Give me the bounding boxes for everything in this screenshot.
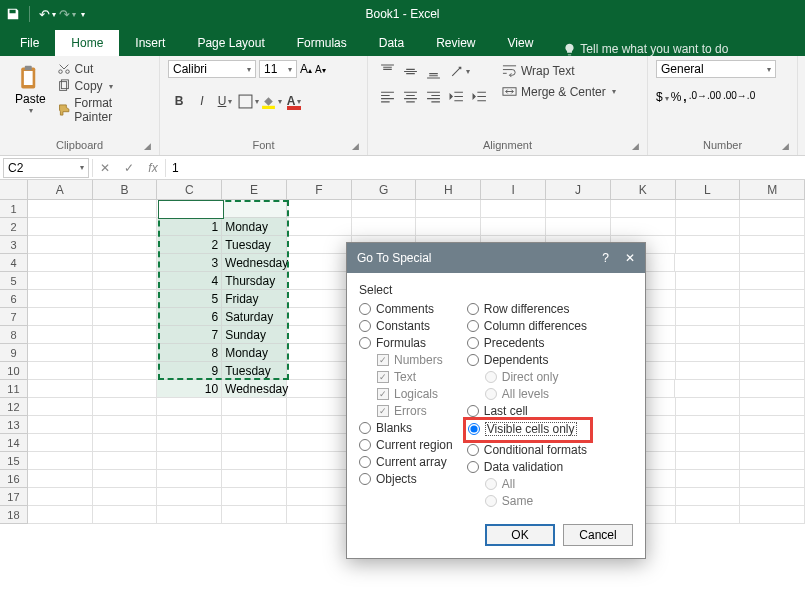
increase-indent-icon[interactable] [468, 85, 490, 107]
cell[interactable] [93, 218, 158, 236]
cell[interactable]: 1 [157, 218, 222, 236]
cell[interactable] [93, 470, 158, 488]
row-header[interactable]: 16 [0, 470, 28, 488]
row-header[interactable]: 13 [0, 416, 28, 434]
cell[interactable] [352, 200, 417, 218]
cell[interactable] [222, 452, 287, 470]
decrease-indent-icon[interactable] [445, 85, 467, 107]
cell[interactable] [287, 254, 352, 272]
cell[interactable] [740, 470, 805, 488]
option-objects[interactable]: Objects [359, 472, 453, 486]
row-header[interactable]: 14 [0, 434, 28, 452]
cell[interactable] [28, 416, 93, 434]
column-header[interactable]: H [416, 180, 481, 199]
cell[interactable] [222, 416, 287, 434]
border-button[interactable]: ▾ [237, 90, 259, 112]
cell[interactable] [676, 362, 741, 380]
option-dependents[interactable]: Dependents [467, 353, 587, 367]
cell[interactable] [676, 272, 741, 290]
cell[interactable] [740, 488, 805, 506]
column-header[interactable]: F [287, 180, 352, 199]
cell[interactable] [93, 200, 158, 218]
column-header[interactable]: M [740, 180, 805, 199]
cell[interactable] [676, 506, 741, 524]
cell[interactable] [28, 218, 93, 236]
cell[interactable] [740, 290, 805, 308]
cell[interactable] [287, 344, 352, 362]
cell[interactable] [740, 200, 805, 218]
cell[interactable]: 10 [157, 380, 222, 398]
column-header[interactable]: J [546, 180, 611, 199]
option-row-differences[interactable]: Row differences [467, 302, 587, 316]
cell[interactable] [676, 434, 741, 452]
cell[interactable] [222, 434, 287, 452]
column-header[interactable]: E [222, 180, 287, 199]
cell[interactable] [28, 452, 93, 470]
cell[interactable] [287, 308, 352, 326]
cell[interactable] [675, 254, 740, 272]
cell[interactable] [546, 218, 611, 236]
cell[interactable] [93, 236, 158, 254]
cell[interactable] [93, 434, 158, 452]
cell[interactable] [28, 326, 93, 344]
row-header[interactable]: 1 [0, 200, 28, 218]
align-center-icon[interactable] [399, 85, 421, 107]
cell[interactable]: 4 [157, 272, 222, 290]
dialog-launcher-icon[interactable]: ◢ [782, 141, 789, 151]
column-header[interactable]: B [93, 180, 158, 199]
cell[interactable] [157, 200, 222, 218]
cell[interactable] [287, 362, 352, 380]
cell[interactable] [287, 326, 352, 344]
cell[interactable] [740, 326, 805, 344]
row-header[interactable]: 7 [0, 308, 28, 326]
cell[interactable] [611, 200, 676, 218]
row-header[interactable]: 8 [0, 326, 28, 344]
cell[interactable] [740, 254, 805, 272]
cell[interactable] [157, 452, 222, 470]
cell[interactable] [93, 416, 158, 434]
option-blanks[interactable]: Blanks [359, 421, 453, 435]
option-data-validation[interactable]: Data validation [467, 460, 587, 474]
insert-function-icon[interactable]: fx [141, 158, 165, 178]
comma-format-icon[interactable]: , [683, 90, 686, 104]
option-constants[interactable]: Constants [359, 319, 453, 333]
cell[interactable] [93, 344, 158, 362]
cell[interactable] [28, 470, 93, 488]
align-bottom-icon[interactable] [422, 60, 444, 82]
cell[interactable]: 9 [157, 362, 222, 380]
row-header[interactable]: 2 [0, 218, 28, 236]
align-right-icon[interactable] [422, 85, 444, 107]
tab-file[interactable]: File [4, 30, 55, 56]
option-column-differences[interactable]: Column differences [467, 319, 587, 333]
redo-icon[interactable]: ↷▾ [59, 7, 73, 21]
name-box[interactable]: C2▾ [3, 158, 89, 178]
cell[interactable] [740, 218, 805, 236]
italic-button[interactable]: I [191, 90, 213, 112]
cell[interactable]: 8 [157, 344, 222, 362]
cell[interactable] [676, 488, 741, 506]
cell[interactable]: Thursday [222, 272, 287, 290]
cell[interactable] [28, 344, 93, 362]
underline-button[interactable]: U▾ [214, 90, 236, 112]
column-header[interactable]: K [611, 180, 676, 199]
cell[interactable] [740, 452, 805, 470]
cell[interactable] [352, 218, 417, 236]
align-top-icon[interactable] [376, 60, 398, 82]
cell[interactable] [157, 506, 222, 524]
cell[interactable] [740, 308, 805, 326]
column-header[interactable]: C [157, 180, 222, 199]
cell[interactable] [28, 272, 93, 290]
cell[interactable] [740, 506, 805, 524]
column-header[interactable]: I [481, 180, 546, 199]
cell[interactable] [740, 272, 805, 290]
column-header[interactable]: A [28, 180, 93, 199]
cell[interactable] [287, 488, 352, 506]
cell[interactable] [93, 308, 158, 326]
cell[interactable] [93, 380, 158, 398]
tab-insert[interactable]: Insert [119, 30, 181, 56]
cell[interactable] [740, 362, 805, 380]
cancel-formula-icon[interactable]: ✕ [93, 158, 117, 178]
number-format-combo[interactable]: General▾ [656, 60, 776, 78]
cell[interactable] [287, 434, 352, 452]
tab-review[interactable]: Review [420, 30, 491, 56]
